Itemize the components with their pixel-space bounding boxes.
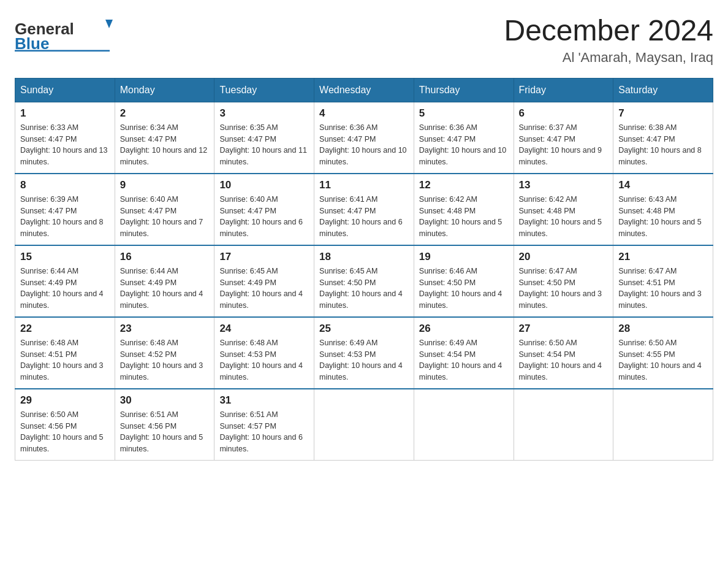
day-info: Sunrise: 6:33 AMSunset: 4:47 PMDaylight:… xyxy=(20,122,110,168)
calendar-cell: 11Sunrise: 6:41 AMSunset: 4:47 PMDayligh… xyxy=(314,174,414,245)
day-number: 22 xyxy=(20,323,110,335)
calendar-cell: 9Sunrise: 6:40 AMSunset: 4:47 PMDaylight… xyxy=(115,174,214,245)
day-number: 29 xyxy=(20,394,110,407)
calendar-cell: 7Sunrise: 6:38 AMSunset: 4:47 PMDaylight… xyxy=(613,102,713,174)
day-info: Sunrise: 6:50 AMSunset: 4:55 PMDaylight:… xyxy=(618,337,708,383)
day-number: 10 xyxy=(219,179,309,191)
calendar-cell xyxy=(514,389,613,461)
weekday-header-thursday: Thursday xyxy=(414,78,514,102)
day-info: Sunrise: 6:51 AMSunset: 4:57 PMDaylight:… xyxy=(219,409,309,455)
calendar-cell: 26Sunrise: 6:49 AMSunset: 4:54 PMDayligh… xyxy=(414,317,514,389)
day-info: Sunrise: 6:41 AMSunset: 4:47 PMDaylight:… xyxy=(319,194,409,240)
day-info: Sunrise: 6:47 AMSunset: 4:51 PMDaylight:… xyxy=(618,266,708,312)
day-info: Sunrise: 6:37 AMSunset: 4:47 PMDaylight:… xyxy=(519,122,609,168)
day-number: 21 xyxy=(618,251,708,263)
weekday-header-monday: Monday xyxy=(115,78,214,102)
calendar-cell: 17Sunrise: 6:45 AMSunset: 4:49 PMDayligh… xyxy=(214,245,314,317)
calendar-cell: 13Sunrise: 6:42 AMSunset: 4:48 PMDayligh… xyxy=(514,174,613,245)
day-number: 13 xyxy=(519,179,609,191)
day-info: Sunrise: 6:45 AMSunset: 4:50 PMDaylight:… xyxy=(319,266,409,312)
day-number: 17 xyxy=(219,251,309,263)
calendar-cell: 1Sunrise: 6:33 AMSunset: 4:47 PMDaylight… xyxy=(15,102,115,174)
day-number: 4 xyxy=(319,107,409,120)
calendar-cell: 31Sunrise: 6:51 AMSunset: 4:57 PMDayligh… xyxy=(214,389,314,461)
day-number: 28 xyxy=(618,323,708,335)
calendar-cell: 5Sunrise: 6:36 AMSunset: 4:47 PMDaylight… xyxy=(414,102,514,174)
calendar-cell xyxy=(314,389,414,461)
weekday-header-tuesday: Tuesday xyxy=(214,78,314,102)
calendar-cell: 14Sunrise: 6:43 AMSunset: 4:48 PMDayligh… xyxy=(613,174,713,245)
calendar-table: SundayMondayTuesdayWednesdayThursdayFrid… xyxy=(15,78,713,461)
calendar-cell: 15Sunrise: 6:44 AMSunset: 4:49 PMDayligh… xyxy=(15,245,115,317)
day-number: 15 xyxy=(20,251,110,263)
day-number: 9 xyxy=(120,179,210,191)
day-number: 27 xyxy=(519,323,609,335)
day-info: Sunrise: 6:36 AMSunset: 4:47 PMDaylight:… xyxy=(419,122,509,168)
weekday-header-friday: Friday xyxy=(514,78,613,102)
day-number: 12 xyxy=(419,179,509,191)
day-number: 6 xyxy=(519,107,609,120)
day-number: 26 xyxy=(419,323,509,335)
calendar-cell xyxy=(414,389,514,461)
title-section: December 2024 Al 'Amarah, Maysan, Iraq xyxy=(504,15,713,66)
week-row-3: 15Sunrise: 6:44 AMSunset: 4:49 PMDayligh… xyxy=(15,245,713,317)
day-info: Sunrise: 6:35 AMSunset: 4:47 PMDaylight:… xyxy=(219,122,309,168)
logo: General Blue xyxy=(15,15,113,52)
page-header: General Blue December 2024 Al 'Amarah, M… xyxy=(15,15,713,66)
day-info: Sunrise: 6:44 AMSunset: 4:49 PMDaylight:… xyxy=(20,266,110,312)
day-number: 24 xyxy=(219,323,309,335)
day-number: 30 xyxy=(120,394,210,407)
svg-text:Blue: Blue xyxy=(15,34,49,52)
calendar-cell: 27Sunrise: 6:50 AMSunset: 4:54 PMDayligh… xyxy=(514,317,613,389)
svg-marker-1 xyxy=(105,20,113,28)
day-number: 5 xyxy=(419,107,509,120)
day-info: Sunrise: 6:40 AMSunset: 4:47 PMDaylight:… xyxy=(120,194,210,240)
day-info: Sunrise: 6:48 AMSunset: 4:51 PMDaylight:… xyxy=(20,337,110,383)
day-info: Sunrise: 6:34 AMSunset: 4:47 PMDaylight:… xyxy=(120,122,210,168)
day-number: 16 xyxy=(120,251,210,263)
day-number: 3 xyxy=(219,107,309,120)
week-row-2: 8Sunrise: 6:39 AMSunset: 4:47 PMDaylight… xyxy=(15,174,713,245)
calendar-cell: 25Sunrise: 6:49 AMSunset: 4:53 PMDayligh… xyxy=(314,317,414,389)
month-title: December 2024 xyxy=(504,15,713,47)
day-number: 25 xyxy=(319,323,409,335)
weekday-header-saturday: Saturday xyxy=(613,78,713,102)
day-number: 7 xyxy=(618,107,708,120)
day-info: Sunrise: 6:49 AMSunset: 4:54 PMDaylight:… xyxy=(419,337,509,383)
calendar-cell: 4Sunrise: 6:36 AMSunset: 4:47 PMDaylight… xyxy=(314,102,414,174)
day-info: Sunrise: 6:47 AMSunset: 4:50 PMDaylight:… xyxy=(519,266,609,312)
day-info: Sunrise: 6:44 AMSunset: 4:49 PMDaylight:… xyxy=(120,266,210,312)
calendar-cell: 30Sunrise: 6:51 AMSunset: 4:56 PMDayligh… xyxy=(115,389,214,461)
day-info: Sunrise: 6:50 AMSunset: 4:54 PMDaylight:… xyxy=(519,337,609,383)
day-info: Sunrise: 6:42 AMSunset: 4:48 PMDaylight:… xyxy=(519,194,609,240)
calendar-cell: 19Sunrise: 6:46 AMSunset: 4:50 PMDayligh… xyxy=(414,245,514,317)
day-info: Sunrise: 6:39 AMSunset: 4:47 PMDaylight:… xyxy=(20,194,110,240)
calendar-cell: 18Sunrise: 6:45 AMSunset: 4:50 PMDayligh… xyxy=(314,245,414,317)
week-row-1: 1Sunrise: 6:33 AMSunset: 4:47 PMDaylight… xyxy=(15,102,713,174)
calendar-cell: 29Sunrise: 6:50 AMSunset: 4:56 PMDayligh… xyxy=(15,389,115,461)
day-info: Sunrise: 6:46 AMSunset: 4:50 PMDaylight:… xyxy=(419,266,509,312)
day-info: Sunrise: 6:50 AMSunset: 4:56 PMDaylight:… xyxy=(20,409,110,455)
day-info: Sunrise: 6:51 AMSunset: 4:56 PMDaylight:… xyxy=(120,409,210,455)
week-row-5: 29Sunrise: 6:50 AMSunset: 4:56 PMDayligh… xyxy=(15,389,713,461)
day-number: 1 xyxy=(20,107,110,120)
day-info: Sunrise: 6:38 AMSunset: 4:47 PMDaylight:… xyxy=(618,122,708,168)
calendar-cell: 20Sunrise: 6:47 AMSunset: 4:50 PMDayligh… xyxy=(514,245,613,317)
location-title: Al 'Amarah, Maysan, Iraq xyxy=(504,50,713,66)
calendar-cell: 6Sunrise: 6:37 AMSunset: 4:47 PMDaylight… xyxy=(514,102,613,174)
calendar-cell: 24Sunrise: 6:48 AMSunset: 4:53 PMDayligh… xyxy=(214,317,314,389)
calendar-cell: 16Sunrise: 6:44 AMSunset: 4:49 PMDayligh… xyxy=(115,245,214,317)
calendar-cell: 22Sunrise: 6:48 AMSunset: 4:51 PMDayligh… xyxy=(15,317,115,389)
day-info: Sunrise: 6:48 AMSunset: 4:52 PMDaylight:… xyxy=(120,337,210,383)
day-number: 20 xyxy=(519,251,609,263)
day-info: Sunrise: 6:49 AMSunset: 4:53 PMDaylight:… xyxy=(319,337,409,383)
calendar-cell: 8Sunrise: 6:39 AMSunset: 4:47 PMDaylight… xyxy=(15,174,115,245)
day-number: 2 xyxy=(120,107,210,120)
day-number: 19 xyxy=(419,251,509,263)
day-info: Sunrise: 6:36 AMSunset: 4:47 PMDaylight:… xyxy=(319,122,409,168)
calendar-cell: 2Sunrise: 6:34 AMSunset: 4:47 PMDaylight… xyxy=(115,102,214,174)
week-row-4: 22Sunrise: 6:48 AMSunset: 4:51 PMDayligh… xyxy=(15,317,713,389)
day-number: 14 xyxy=(618,179,708,191)
day-info: Sunrise: 6:42 AMSunset: 4:48 PMDaylight:… xyxy=(419,194,509,240)
calendar-cell xyxy=(613,389,713,461)
